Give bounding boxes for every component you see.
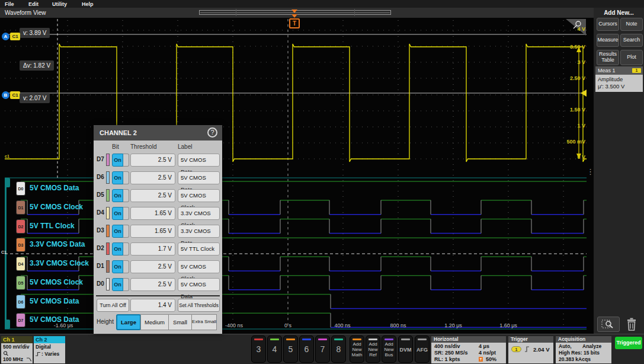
- trigger-panel[interactable]: Trigger 1 2.04 V: [508, 336, 553, 363]
- threshold-field[interactable]: 2.5 V: [130, 260, 175, 273]
- height-button-group: Large Medium Small Extra Small: [117, 314, 217, 330]
- acquisition-panel[interactable]: Acquisition Auto, Analyze High Res: 15 b…: [556, 336, 611, 363]
- ch1-reference-marker[interactable]: C1: [1, 250, 7, 254]
- digital-bit-badge[interactable]: D7: [16, 313, 25, 327]
- threshold-field[interactable]: 2.5 V: [130, 171, 175, 184]
- channel-7-button[interactable]: 7: [315, 336, 330, 363]
- digital-bit-badge[interactable]: D5: [16, 276, 25, 290]
- set-all-thresholds-button[interactable]: Set All Thresholds: [178, 299, 220, 312]
- toggle-on-label: On: [112, 225, 123, 238]
- add-new-bus-button[interactable]: AddNewBus: [382, 336, 396, 363]
- ch1-name: Ch 1: [1, 336, 33, 343]
- threshold-field[interactable]: 1.7 V: [130, 242, 175, 256]
- delete-button[interactable]: [626, 317, 637, 334]
- tab-waveform-view[interactable]: Waveform View: [5, 9, 46, 16]
- toggle-knob[interactable]: [123, 278, 129, 291]
- label-field[interactable]: 5V CMOS Data: [178, 278, 220, 291]
- add-note-button[interactable]: Note: [620, 18, 643, 31]
- cursor-b-badge[interactable]: B: [2, 91, 9, 99]
- add-results-table-button[interactable]: Results Table: [597, 50, 619, 65]
- bit-on-toggle[interactable]: On: [112, 154, 129, 167]
- height-extra-small-button[interactable]: Extra Small: [191, 314, 217, 330]
- channel-6-button[interactable]: 6: [299, 336, 314, 363]
- bottom-bar: Ch 1 500 mV/div 100 MHz Ch 2 Digital :: [0, 334, 644, 364]
- dialog-title[interactable]: CHANNEL 2: [94, 125, 222, 141]
- digital-bit-badge[interactable]: D3: [16, 238, 25, 252]
- label-field[interactable]: 5V TTL Clock: [178, 242, 220, 256]
- channel-5-button[interactable]: 5: [283, 336, 298, 363]
- bit-color-chip: [106, 225, 110, 237]
- height-small-button[interactable]: Small: [168, 314, 192, 330]
- digital-bit-badge[interactable]: D4: [16, 257, 25, 271]
- help-icon[interactable]: ?: [207, 127, 217, 138]
- bit-on-toggle[interactable]: On: [112, 242, 129, 256]
- bit-on-toggle[interactable]: On: [112, 189, 129, 202]
- channel-8-button[interactable]: 8: [331, 336, 346, 363]
- trigger-title: Trigger: [508, 336, 553, 343]
- toggle-knob[interactable]: [123, 171, 129, 184]
- add-measure-button[interactable]: Measure: [597, 34, 619, 47]
- menu-file[interactable]: File: [5, 1, 14, 7]
- toggle-knob[interactable]: [123, 260, 129, 273]
- voltage-label: 4 V: [550, 26, 585, 32]
- trigger-flag[interactable]: T: [289, 18, 300, 28]
- ch1-zero-marker[interactable]: c1: [5, 154, 9, 158]
- bit-on-toggle[interactable]: On: [112, 260, 129, 273]
- threshold-field[interactable]: 2.5 V: [130, 154, 175, 167]
- digital-bit-badge[interactable]: D2: [16, 219, 25, 234]
- channel-4-button[interactable]: 4: [267, 336, 282, 363]
- ch2-badge[interactable]: Ch 2 Digital : Varies: [34, 336, 65, 363]
- menu-help[interactable]: Help: [82, 1, 94, 7]
- time-label: 0 s: [269, 323, 307, 328]
- meas1-card[interactable]: Meas 1 1 Amplitude μ': 3.500 V: [595, 66, 643, 92]
- bit-on-toggle[interactable]: On: [112, 207, 129, 220]
- digital-channel-label: 3.3V CMOS Clock: [30, 259, 89, 267]
- turn-all-off-button[interactable]: Turn All Off: [97, 299, 129, 312]
- meas1-header[interactable]: Meas 1 1: [595, 66, 643, 75]
- toggle-knob[interactable]: [123, 242, 129, 256]
- horizontal-resolution: 4 ns/pt: [479, 350, 496, 356]
- channel-button-label: 3: [252, 344, 265, 354]
- threshold-field[interactable]: 2.5 V: [130, 278, 175, 291]
- label-field[interactable]: 3.3V CMOS Data: [178, 225, 220, 238]
- dvm-button[interactable]: DVM: [398, 336, 413, 363]
- bit-on-toggle[interactable]: On: [112, 171, 129, 184]
- label-field[interactable]: 5V CMOS Data: [178, 171, 220, 184]
- digital-bit-badge[interactable]: D1: [16, 200, 25, 215]
- zoom-tool-button[interactable]: [597, 317, 620, 332]
- bit-on-toggle[interactable]: On: [112, 225, 129, 238]
- menu-edit[interactable]: Edit: [28, 1, 39, 7]
- digital-bit-badge[interactable]: D0: [16, 181, 25, 196]
- cursor-a-badge[interactable]: A: [2, 33, 9, 40]
- toggle-knob[interactable]: [123, 154, 129, 167]
- ch1-badge[interactable]: Ch 1 500 mV/div 100 MHz: [1, 336, 33, 363]
- bit-on-toggle[interactable]: On: [112, 278, 129, 291]
- add-cursors-button[interactable]: Cursors: [597, 18, 619, 31]
- afg-button[interactable]: AFG: [415, 336, 430, 363]
- channel-3-button[interactable]: 3: [251, 336, 266, 363]
- threshold-field[interactable]: 1.65 V: [130, 207, 175, 220]
- label-field[interactable]: 5V CMOS Data: [178, 154, 220, 167]
- add-new-ref-button[interactable]: AddNewRef: [366, 336, 380, 363]
- add-plot-button[interactable]: Plot: [620, 50, 643, 65]
- bit-name: D0: [97, 280, 104, 287]
- threshold-field[interactable]: 1.65 V: [130, 225, 175, 238]
- horizontal-panel[interactable]: Horizontal 400 ns/div 4 μs SR: 250 MS/s …: [431, 336, 506, 363]
- all-threshold-field[interactable]: 1.4 V: [130, 299, 175, 312]
- trigger-position-marker-icon[interactable]: [291, 9, 297, 13]
- toggle-knob[interactable]: [123, 207, 129, 220]
- add-search-button[interactable]: Search: [620, 34, 643, 47]
- column-bit: Bit: [112, 143, 119, 150]
- height-medium-button[interactable]: Medium: [140, 314, 169, 330]
- toggle-knob[interactable]: [123, 189, 129, 202]
- add-new-math-button[interactable]: AddNewMath: [350, 336, 364, 363]
- threshold-field[interactable]: 2.5 V: [130, 189, 175, 202]
- label-field[interactable]: 5V CMOS Clock: [178, 189, 220, 202]
- label-field[interactable]: 5V CMOS Clock: [178, 260, 220, 273]
- digital-bit-badge[interactable]: D6: [16, 295, 25, 309]
- menu-utility[interactable]: Utility: [52, 1, 67, 7]
- time-label: 1.20 μs: [434, 323, 472, 328]
- height-large-button[interactable]: Large: [116, 314, 141, 330]
- toggle-knob[interactable]: [123, 225, 129, 238]
- label-field[interactable]: 3.3V CMOS Clock: [178, 207, 220, 220]
